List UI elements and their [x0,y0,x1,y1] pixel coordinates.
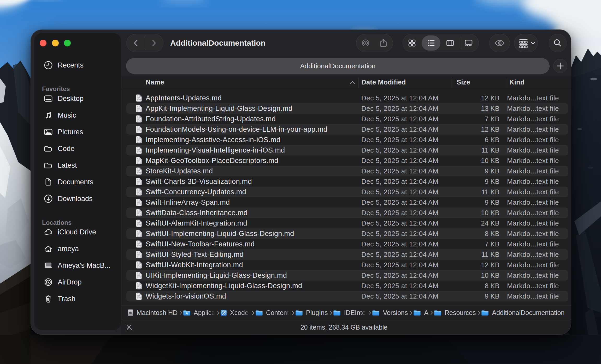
svg-text:A: A [186,312,188,315]
